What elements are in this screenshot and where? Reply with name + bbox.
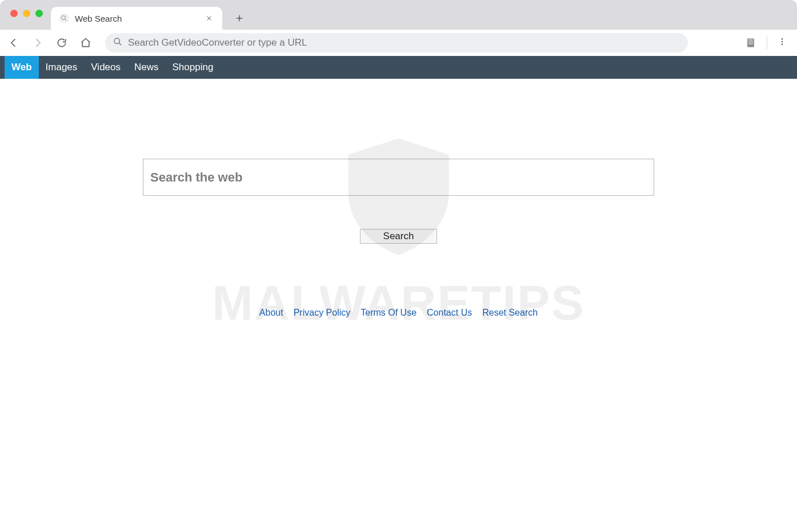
- footer-contact[interactable]: Contact Us: [427, 308, 472, 318]
- svg-rect-9: [748, 39, 753, 41]
- reload-button[interactable]: [54, 35, 70, 51]
- home-button[interactable]: [78, 35, 94, 51]
- kebab-menu-icon[interactable]: [778, 37, 787, 49]
- search-category-nav: Web Images Videos News Shopping: [0, 56, 797, 79]
- svg-point-13: [782, 41, 783, 43]
- search-icon: [113, 37, 122, 49]
- footer-reset[interactable]: Reset Search: [482, 308, 538, 318]
- footer-privacy[interactable]: Privacy Policy: [294, 308, 351, 318]
- svg-line-7: [119, 43, 121, 45]
- divider: [767, 37, 767, 49]
- window-controls: [6, 0, 47, 30]
- nav-shopping[interactable]: Shopping: [166, 56, 221, 79]
- svg-point-0: [62, 16, 66, 20]
- page-content: Web Images Videos News Shopping MALWARET…: [0, 56, 797, 532]
- back-button[interactable]: [6, 35, 22, 51]
- forward-button[interactable]: [30, 35, 46, 51]
- footer-links: About Privacy Policy Terms Of Use Contac…: [120, 308, 677, 318]
- tab-strip: Web Search: [0, 0, 797, 30]
- browser-toolbar: [0, 30, 797, 56]
- window-maximize-button[interactable]: [35, 10, 43, 17]
- address-bar[interactable]: [105, 33, 688, 53]
- close-icon[interactable]: [204, 13, 214, 23]
- window-close-button[interactable]: [10, 10, 18, 17]
- svg-point-12: [782, 38, 783, 40]
- svg-line-1: [65, 19, 67, 21]
- svg-point-6: [114, 38, 119, 43]
- window-minimize-button[interactable]: [23, 10, 30, 17]
- nav-web[interactable]: Web: [5, 56, 39, 79]
- browser-tab[interactable]: Web Search: [51, 7, 222, 30]
- search-panel: MALWARETIPS Search About Privacy Policy …: [120, 113, 677, 318]
- svg-rect-10: [748, 42, 753, 43]
- svg-rect-11: [748, 43, 753, 45]
- footer-about[interactable]: About: [259, 308, 283, 318]
- svg-point-14: [782, 43, 783, 45]
- watermark-text: MALWARETIPS: [212, 275, 585, 331]
- tab-title: Web Search: [75, 14, 198, 23]
- footer-terms[interactable]: Terms Of Use: [361, 308, 416, 318]
- search-input[interactable]: [143, 159, 654, 196]
- nav-videos[interactable]: Videos: [84, 56, 127, 79]
- nav-images[interactable]: Images: [39, 56, 85, 79]
- omnibox-input[interactable]: [128, 37, 680, 49]
- extension-icon[interactable]: [745, 37, 756, 49]
- search-button[interactable]: Search: [360, 229, 437, 244]
- search-icon: [59, 13, 69, 23]
- new-tab-button[interactable]: [228, 7, 251, 30]
- nav-news[interactable]: News: [127, 56, 166, 79]
